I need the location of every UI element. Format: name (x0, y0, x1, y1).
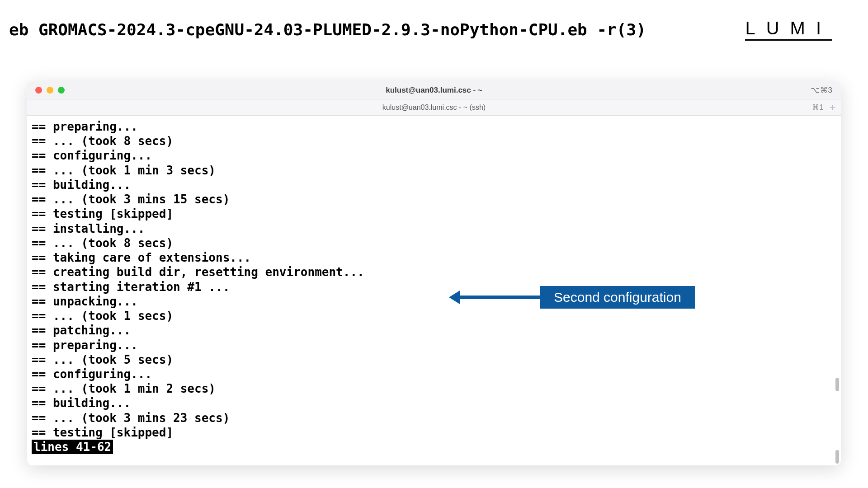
slide-header: eb GROMACS-2024.3-cpeGNU-24.03-PLUMED-2.… (0, 0, 868, 50)
terminal-line: == ... (took 8 secs) (32, 134, 173, 148)
terminal-line: == installing... (32, 222, 145, 235)
scrollbar-thumb[interactable] (835, 450, 839, 464)
terminal-line: == configuring... (32, 149, 152, 162)
titlebar-shortcut: ⌥⌘3 (811, 85, 833, 95)
terminal-line: == building... (32, 178, 131, 192)
tabbar-right: ⌘1 + (812, 103, 835, 113)
terminal-line: == testing [skipped] (32, 207, 173, 221)
tab-bar: kulust@uan03.lumi.csc - ~ (ssh) ⌘1 + (27, 99, 841, 116)
terminal-window: kulust@uan03.lumi.csc - ~ ⌥⌘3 kulust@uan… (27, 81, 841, 465)
minimize-icon[interactable] (47, 87, 53, 94)
terminal-line: == testing [skipped] (32, 426, 173, 439)
terminal-line: == preparing... (32, 120, 138, 133)
traffic-lights (35, 87, 65, 94)
lumi-logo: LUMI (745, 18, 832, 41)
terminal-body[interactable]: == preparing... == ... (took 8 secs) == … (27, 116, 841, 465)
terminal-line: == configuring... (32, 367, 152, 381)
terminal-line: == taking care of extensions... (32, 251, 251, 264)
terminal-line: == ... (took 3 mins 23 secs) (32, 411, 230, 425)
add-tab-icon[interactable]: + (830, 103, 835, 113)
scrollbar-thumb[interactable] (835, 378, 839, 391)
maximize-icon[interactable] (58, 87, 65, 94)
tab-shortcut: ⌘1 (812, 103, 823, 112)
terminal-line: == ... (took 8 secs) (32, 236, 173, 250)
tab-title[interactable]: kulust@uan03.lumi.csc - ~ (ssh) (382, 103, 486, 112)
annotation-callout: Second configuration (459, 286, 695, 309)
terminal-line: == ... (took 1 secs) (32, 309, 173, 323)
terminal-line: == starting iteration #1 ... (32, 280, 230, 294)
terminal-line: == unpacking... (32, 295, 138, 308)
terminal-line: == ... (took 1 min 3 secs) (32, 164, 216, 177)
arrow-left-icon (459, 296, 540, 299)
terminal-line: == preparing... (32, 338, 138, 352)
window-title: kulust@uan03.lumi.csc - ~ (386, 86, 482, 95)
terminal-line: == ... (took 3 mins 15 secs) (32, 192, 230, 206)
annotation-label: Second configuration (540, 286, 695, 309)
slide-title: eb GROMACS-2024.3-cpeGNU-24.03-PLUMED-2.… (9, 20, 646, 39)
pager-status: lines 41-62 (32, 440, 113, 454)
window-titlebar[interactable]: kulust@uan03.lumi.csc - ~ ⌥⌘3 (27, 81, 841, 99)
terminal-line: == patching... (32, 324, 131, 337)
scrollbar[interactable] (835, 116, 839, 465)
terminal-line: == building... (32, 396, 131, 410)
terminal-line: == creating build dir, resetting environ… (32, 265, 364, 279)
terminal-line: == ... (took 5 secs) (32, 353, 173, 366)
terminal-line: == ... (took 1 min 2 secs) (32, 382, 216, 395)
close-icon[interactable] (35, 87, 42, 94)
